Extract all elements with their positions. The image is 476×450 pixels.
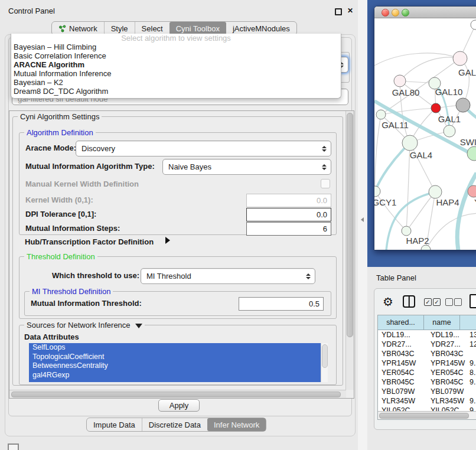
settings-vertical-scrollbar[interactable]	[345, 111, 354, 390]
hub-expand-arrow-icon[interactable]	[165, 237, 170, 244]
table-row[interactable]: YPR145WYPR145W9.	[378, 358, 476, 368]
node-table: shared... name YDL19...YDL19...13 YDR27.…	[377, 315, 476, 420]
table-horizontal-scrollbar-thumb[interactable]	[379, 413, 469, 419]
node-gal-clipped[interactable]	[453, 51, 467, 66]
cell: YDR27...	[427, 340, 466, 349]
dpi-tolerance-value: 0.0	[317, 210, 327, 219]
mi-steps-field[interactable]: 6	[246, 222, 331, 236]
close-panel-icon[interactable]: ✕	[347, 6, 353, 15]
dropdown-placeholder: Select algorithm to view settings	[11, 34, 341, 43]
node-gcy1[interactable]	[374, 186, 380, 197]
tab-select[interactable]: Select	[135, 22, 169, 35]
table-panel-title: Table Panel	[376, 273, 416, 282]
node-swi4[interactable]	[467, 146, 476, 161]
tab-cyni-toolbox[interactable]: Cyni Toolbox	[169, 22, 226, 35]
mac-minimize-button[interactable]	[392, 9, 399, 17]
aracne-mode-combo[interactable]: Discovery	[76, 141, 331, 156]
dropdown-item[interactable]: Dream8 DC_TDC Algorithm	[11, 87, 341, 96]
dropdown-item[interactable]: Basic Correlation Inference	[11, 51, 341, 60]
node-clipped-bottom[interactable]	[421, 245, 431, 250]
tab-discretize-data[interactable]: Discretize Data	[142, 418, 207, 431]
dpi-tolerance-field[interactable]: 0.0	[246, 208, 331, 221]
dropdown-item[interactable]: Mutual Information Inference	[11, 69, 341, 78]
tab-infer-network[interactable]: Infer Network	[207, 418, 266, 431]
cell: 9.	[466, 358, 476, 368]
node-gray[interactable]	[456, 98, 470, 112]
columns-icon[interactable]	[403, 295, 415, 308]
restore-panel-icon[interactable]	[8, 444, 19, 450]
node-label: GAL	[458, 67, 476, 77]
table-row[interactable]: YLR345WYLR345W9.	[378, 396, 476, 406]
node-gal1[interactable]	[444, 125, 455, 137]
dropdown-item-selected[interactable]: ARACNE Algorithm	[11, 60, 341, 69]
column-header-clipped[interactable]	[460, 315, 476, 330]
table-row[interactable]: YBR043CYBR043C	[378, 349, 476, 358]
tab-style-label: Style	[111, 24, 128, 33]
table-row[interactable]: YDR27...YDR27...12	[378, 340, 476, 349]
table-row[interactable]: YER054CYER054C8.	[378, 368, 476, 377]
list-item[interactable]: TopologicalCoefficient	[29, 353, 328, 362]
table-row[interactable]: YBL079WYBL079W	[378, 387, 476, 396]
node-label: GAL1	[438, 114, 461, 124]
which-threshold-combo[interactable]: MI Threshold	[141, 268, 315, 284]
node-clipped-top[interactable]	[471, 20, 476, 30]
network-canvas[interactable]: GAL GAL80 GAL10 GAL11 GAL1 SWI4 GAL4 GCY…	[374, 18, 476, 250]
gear-icon[interactable]: ⚙	[383, 296, 393, 308]
settings-horizontal-scrollbar[interactable]	[9, 390, 346, 398]
cell: YLR345W	[427, 396, 466, 406]
node-gal4[interactable]	[402, 135, 418, 151]
node-label: GAL4	[410, 150, 432, 160]
settings-vertical-scrollbar-thumb[interactable]	[347, 113, 353, 337]
mi-threshold-field[interactable]: 0.5	[239, 297, 324, 311]
manual-kernel-checkbox[interactable]	[321, 179, 330, 188]
table-row-clipped[interactable]: YIL052CYIL052C9.	[378, 406, 476, 411]
dropdown-item[interactable]: Bayesian – K2	[11, 78, 341, 87]
cell: 8.	[466, 368, 476, 377]
tab-discretize-data-label: Discretize Data	[149, 420, 201, 429]
float-panel-icon[interactable]	[335, 8, 342, 15]
table-horizontal-scrollbar[interactable]	[378, 411, 476, 419]
combo-stepper-icon	[322, 146, 327, 152]
list-vertical-scrollbar[interactable]	[321, 343, 328, 382]
deselect-box-icon[interactable]	[445, 298, 453, 306]
column-header-shared-name[interactable]: shared...	[378, 315, 424, 330]
mac-close-button[interactable]	[382, 9, 389, 17]
tab-impute-data[interactable]: Impute Data	[87, 418, 142, 431]
panel-divider[interactable]	[358, 0, 367, 450]
tab-infer-network-label: Infer Network	[214, 420, 259, 429]
node-gal80[interactable]	[394, 75, 406, 87]
kernel-width-field[interactable]: 0.0	[246, 194, 331, 207]
apply-button[interactable]: Apply	[158, 399, 200, 412]
column-header-name[interactable]: name	[424, 315, 460, 330]
data-attributes-list[interactable]: SelfLoops TopologicalCoefficient Between…	[29, 343, 328, 382]
list-item[interactable]: BetweennessCentrality	[29, 361, 328, 371]
cell: YIL052C	[378, 406, 427, 411]
tab-network[interactable]: Network	[52, 22, 104, 35]
list-item[interactable]: SelfLoops	[29, 343, 328, 353]
node-gal11[interactable]	[376, 110, 386, 119]
mi-threshold-value: 0.5	[309, 299, 319, 308]
divider-collapse-icon[interactable]	[361, 217, 364, 222]
list-vertical-scrollbar-thumb[interactable]	[322, 344, 328, 368]
network-window-titlebar[interactable]	[374, 6, 476, 18]
mac-zoom-button[interactable]	[402, 9, 409, 17]
list-item[interactable]: gal4RGexp	[29, 371, 328, 380]
node-label: GAL10	[435, 87, 463, 97]
new-table-page-icon[interactable]	[470, 294, 476, 308]
select-all-check-icon[interactable]: ✓	[424, 298, 432, 306]
tab-style[interactable]: Style	[104, 22, 135, 35]
deselect-box-icon-2[interactable]	[454, 298, 462, 306]
node-hap2[interactable]	[402, 226, 411, 236]
node-hap4[interactable]	[429, 185, 442, 198]
tab-jactivemnodules[interactable]: jActiveMNodules	[226, 22, 296, 35]
sources-collapse-arrow-icon[interactable]	[135, 324, 142, 328]
table-row[interactable]: YDL19...YDL19...13	[378, 330, 476, 340]
node-red[interactable]	[431, 103, 441, 113]
dropdown-item[interactable]: Bayesian – Hill Climbing	[11, 43, 341, 51]
cell: YER054C	[427, 368, 466, 377]
table-row[interactable]: YBR045CYBR045C9.	[378, 377, 476, 387]
settings-horizontal-scrollbar-thumb[interactable]	[11, 392, 341, 397]
mi-type-combo[interactable]: Naive Bayes	[162, 159, 331, 175]
algorithm-dropdown-list: Select algorithm to view settings Bayesi…	[11, 34, 341, 99]
select-all-check-icon-2[interactable]: ✓	[433, 298, 441, 306]
